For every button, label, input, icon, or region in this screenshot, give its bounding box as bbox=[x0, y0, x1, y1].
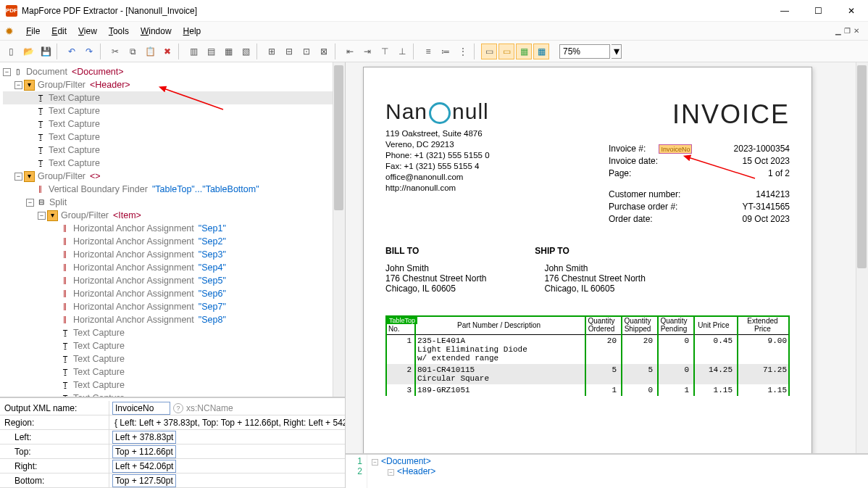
layout2-button[interactable]: ⊟ bbox=[281, 44, 297, 59]
pdf-preview[interactable]: Nannull 119 Oakstreet, Suite 4876 Vereno… bbox=[346, 62, 868, 453]
layout4-button[interactable]: ⊠ bbox=[316, 44, 332, 59]
save-button[interactable]: 💾 bbox=[38, 44, 54, 59]
tree-pane[interactable]: − ▯ Document <Document> − ▾ Group/Filter… bbox=[0, 62, 345, 397]
prop-bottom-input[interactable]: Top + 127.50pt bbox=[112, 474, 176, 487]
tree-anchor-assignment[interactable]: ‖Horizontal Anchor Assignment"Sep8" bbox=[3, 313, 345, 326]
list2-button[interactable]: ≔ bbox=[438, 44, 454, 59]
capture-icon: Ṯ bbox=[59, 328, 70, 339]
redo-button[interactable]: ↷ bbox=[81, 44, 97, 59]
minimize-button[interactable]: — bbox=[768, 0, 801, 22]
ungroup-button[interactable]: ▤ bbox=[203, 44, 219, 59]
pdf-page: Nannull 119 Oakstreet, Suite 4876 Vereno… bbox=[363, 67, 812, 453]
open-button[interactable]: 📂 bbox=[20, 44, 36, 59]
align3-button[interactable]: ⊤ bbox=[377, 44, 393, 59]
tree-text-capture[interactable]: ṮText Capture bbox=[3, 392, 345, 397]
menu-help[interactable]: Help bbox=[178, 24, 207, 38]
tree-anchor-assignment[interactable]: ‖Horizontal Anchor Assignment"Sep4" bbox=[3, 261, 345, 274]
delete-button[interactable]: ✖ bbox=[159, 44, 175, 59]
mdi-close-icon[interactable]: ✕ bbox=[854, 27, 859, 35]
tree-text-capture[interactable]: ṮText Capture bbox=[3, 104, 345, 117]
collapse-icon[interactable]: − bbox=[38, 212, 46, 220]
prop-top-input[interactable]: Top + 112.66pt bbox=[112, 445, 176, 458]
tree-vbf[interactable]: ‖ Vertical Boundary Finder "TableTop"...… bbox=[3, 183, 345, 196]
tree-text-capture[interactable]: ṮText Capture bbox=[3, 144, 345, 157]
tree-anchor-assignment[interactable]: ‖Horizontal Anchor Assignment"Sep2" bbox=[3, 235, 345, 248]
copy-button[interactable]: ⧉ bbox=[125, 44, 141, 59]
collapse-icon[interactable]: − bbox=[26, 199, 34, 207]
prop-outputname-input[interactable]: InvoiceNo bbox=[112, 402, 170, 415]
layout1-button[interactable]: ⊞ bbox=[264, 44, 280, 59]
fold-icon[interactable]: − bbox=[372, 459, 378, 466]
view2-button[interactable]: ▭ bbox=[498, 44, 514, 59]
align1-button[interactable]: ⇤ bbox=[342, 44, 358, 59]
menu-tools[interactable]: Tools bbox=[103, 24, 135, 38]
tool3-button[interactable]: ▦ bbox=[220, 44, 236, 59]
tree-anchor-assignment[interactable]: ‖Horizontal Anchor Assignment"Sep7" bbox=[3, 300, 345, 313]
prop-left-label: Left: bbox=[0, 432, 109, 442]
list1-button[interactable]: ≡ bbox=[420, 44, 436, 59]
mdi-minimize-icon[interactable]: ▁ bbox=[835, 27, 841, 35]
tree-anchor-assignment[interactable]: ‖Horizontal Anchor Assignment"Sep6" bbox=[3, 287, 345, 300]
tree-text-capture[interactable]: ṮText Capture bbox=[3, 379, 345, 392]
tree-scrollbar[interactable] bbox=[333, 62, 345, 397]
tree-text-capture[interactable]: ṮText Capture bbox=[3, 365, 345, 379]
tree-text-capture[interactable]: ṮText Capture bbox=[3, 117, 345, 131]
tree-text-capture[interactable]: ṮText Capture bbox=[3, 131, 345, 144]
logo-o-icon bbox=[429, 102, 451, 124]
menu-view[interactable]: View bbox=[72, 24, 103, 38]
zoom-input[interactable]: 75% bbox=[559, 44, 610, 59]
prop-left-input[interactable]: Left + 378.83pt bbox=[112, 431, 176, 444]
split-icon: ⊟ bbox=[36, 197, 46, 208]
tree-text-capture[interactable]: ṮText Capture bbox=[3, 91, 345, 104]
capture-icon: Ṯ bbox=[35, 132, 46, 143]
maximize-button[interactable]: ☐ bbox=[801, 0, 835, 22]
mdi-restore-icon[interactable]: ❐ bbox=[844, 27, 851, 35]
tree-anchor-assignment[interactable]: ‖Horizontal Anchor Assignment"Sep3" bbox=[3, 248, 345, 261]
list3-button[interactable]: ⋮ bbox=[455, 44, 471, 59]
tree-header-group[interactable]: − ▾ Group/Filter <Header> bbox=[3, 78, 345, 91]
collapse-icon[interactable]: − bbox=[14, 81, 22, 89]
undo-button[interactable]: ↶ bbox=[64, 44, 80, 59]
view4-button[interactable]: ▦ bbox=[533, 44, 549, 59]
view3-button[interactable]: ▦ bbox=[516, 44, 532, 59]
layout3-button[interactable]: ⊡ bbox=[299, 44, 314, 59]
menu-file[interactable]: File bbox=[20, 24, 46, 38]
billto-block: John Smith176 Chestnut Street NorthChica… bbox=[385, 263, 486, 294]
tree-anchor-assignment[interactable]: ‖Horizontal Anchor Assignment"Sep5" bbox=[3, 274, 345, 287]
xml-output-pane[interactable]: 12 −<Document> −<Header> bbox=[346, 453, 868, 488]
collapse-icon[interactable]: − bbox=[14, 173, 22, 181]
collapse-icon[interactable]: − bbox=[3, 68, 11, 76]
prop-outputname-label: Output XML name: bbox=[0, 403, 109, 413]
window-title: MapForce PDF Extractor - [Nanonull_Invoi… bbox=[22, 6, 197, 16]
anchor-icon: ‖ bbox=[59, 223, 70, 234]
tree-split[interactable]: − ⊟ Split bbox=[3, 196, 345, 209]
tool4-button[interactable]: ▧ bbox=[238, 44, 254, 59]
group-icon: ▾ bbox=[24, 80, 35, 91]
tree-text-capture[interactable]: ṮText Capture bbox=[3, 339, 345, 352]
prop-bottom-label: Bottom: bbox=[0, 476, 109, 486]
table-overlay-line bbox=[585, 315, 586, 396]
tree-document[interactable]: − ▯ Document <Document> bbox=[3, 65, 345, 78]
tree-anchor-assignment[interactable]: ‖Horizontal Anchor Assignment"Sep1" bbox=[3, 222, 345, 235]
table-header: Unit Price bbox=[692, 315, 735, 335]
cut-button[interactable]: ✂ bbox=[107, 44, 123, 59]
tree-text-capture[interactable]: ṮText Capture bbox=[3, 157, 345, 170]
view1-button[interactable]: ▭ bbox=[481, 44, 497, 59]
align2-button[interactable]: ⇥ bbox=[359, 44, 375, 59]
help-icon[interactable]: ? bbox=[173, 403, 183, 413]
tree-item-group[interactable]: − ▾ Group/Filter <Item> bbox=[3, 209, 345, 222]
close-button[interactable]: ✕ bbox=[835, 0, 868, 22]
menu-window[interactable]: Window bbox=[135, 24, 178, 38]
paste-button[interactable]: 📋 bbox=[142, 44, 158, 59]
menu-edit[interactable]: Edit bbox=[46, 24, 72, 38]
group-button[interactable]: ▥ bbox=[185, 44, 201, 59]
align4-button[interactable]: ⊥ bbox=[394, 44, 410, 59]
new-button[interactable]: ▯ bbox=[3, 44, 19, 59]
tree-text-capture[interactable]: ṮText Capture bbox=[3, 326, 345, 339]
tree-text-capture[interactable]: ṮText Capture bbox=[3, 352, 345, 365]
fold-icon[interactable]: − bbox=[388, 469, 394, 476]
zoom-dropdown-icon[interactable]: ▾ bbox=[612, 44, 622, 59]
tree-group2[interactable]: − ▾ Group/Filter <> bbox=[3, 170, 345, 183]
prop-right-input[interactable]: Left + 542.06pt bbox=[112, 460, 176, 473]
preview-scrollbar[interactable] bbox=[856, 62, 868, 453]
